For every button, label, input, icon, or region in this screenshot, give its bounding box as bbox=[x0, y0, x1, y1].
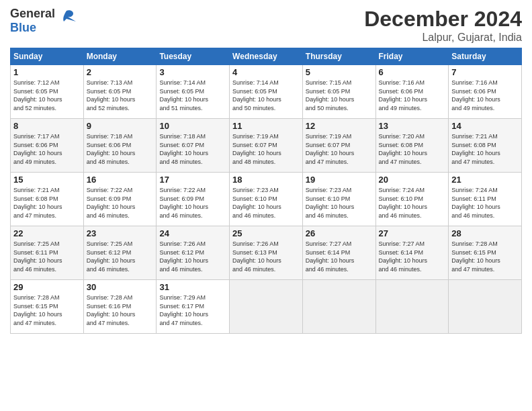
col-saturday: Saturday bbox=[449, 48, 522, 65]
day-number: 3 bbox=[159, 67, 226, 77]
day-number: 17 bbox=[159, 175, 226, 185]
table-row: 29Sunrise: 7:28 AM Sunset: 6:15 PM Dayli… bbox=[11, 280, 84, 334]
day-info: Sunrise: 7:21 AM Sunset: 6:08 PM Dayligh… bbox=[13, 186, 81, 220]
day-info: Sunrise: 7:28 AM Sunset: 6:15 PM Dayligh… bbox=[13, 293, 81, 327]
day-info: Sunrise: 7:12 AM Sunset: 6:05 PM Dayligh… bbox=[13, 79, 81, 112]
day-info: Sunrise: 7:23 AM Sunset: 6:10 PM Dayligh… bbox=[306, 186, 373, 220]
calendar-week-row: 29Sunrise: 7:28 AM Sunset: 6:15 PM Dayli… bbox=[11, 280, 522, 334]
day-number: 11 bbox=[232, 121, 300, 131]
day-info: Sunrise: 7:27 AM Sunset: 6:14 PM Dayligh… bbox=[379, 240, 446, 273]
table-row: 1Sunrise: 7:12 AM Sunset: 6:05 PM Daylig… bbox=[11, 65, 84, 119]
day-number: 8 bbox=[13, 121, 81, 131]
table-row: 20Sunrise: 7:24 AM Sunset: 6:10 PM Dayli… bbox=[375, 173, 449, 226]
day-number: 27 bbox=[379, 228, 446, 238]
day-number: 4 bbox=[232, 67, 300, 77]
col-thursday: Thursday bbox=[302, 48, 375, 65]
day-info: Sunrise: 7:28 AM Sunset: 6:16 PM Dayligh… bbox=[87, 293, 154, 327]
month-title: December 2024 bbox=[364, 7, 522, 32]
day-info: Sunrise: 7:25 AM Sunset: 6:11 PM Dayligh… bbox=[13, 240, 81, 273]
day-info: Sunrise: 7:25 AM Sunset: 6:12 PM Dayligh… bbox=[87, 240, 154, 273]
col-sunday: Sunday bbox=[11, 48, 84, 65]
table-row: 31Sunrise: 7:29 AM Sunset: 6:17 PM Dayli… bbox=[157, 280, 230, 334]
title-section: December 2024 Lalpur, Gujarat, India bbox=[364, 7, 522, 44]
table-row: 15Sunrise: 7:21 AM Sunset: 6:08 PM Dayli… bbox=[11, 173, 84, 226]
table-row: 4Sunrise: 7:14 AM Sunset: 6:05 PM Daylig… bbox=[230, 65, 303, 119]
day-number: 18 bbox=[232, 175, 300, 185]
day-info: Sunrise: 7:24 AM Sunset: 6:11 PM Dayligh… bbox=[451, 186, 519, 220]
table-row: 6Sunrise: 7:16 AM Sunset: 6:06 PM Daylig… bbox=[375, 65, 449, 119]
day-number: 13 bbox=[379, 121, 446, 131]
day-number: 19 bbox=[306, 175, 373, 185]
col-friday: Friday bbox=[375, 48, 449, 65]
empty-cell bbox=[230, 280, 303, 334]
table-row: 17Sunrise: 7:22 AM Sunset: 6:09 PM Dayli… bbox=[157, 173, 230, 226]
day-info: Sunrise: 7:14 AM Sunset: 6:05 PM Dayligh… bbox=[159, 79, 226, 112]
table-row: 24Sunrise: 7:26 AM Sunset: 6:12 PM Dayli… bbox=[157, 226, 230, 280]
logo-blue: Blue bbox=[10, 21, 36, 34]
calendar-header-row: Sunday Monday Tuesday Wednesday Thursday… bbox=[11, 48, 522, 65]
logo-general: General bbox=[10, 7, 55, 20]
col-wednesday: Wednesday bbox=[230, 48, 303, 65]
calendar-container: General Blue December 2024 Lalpur, Gujar… bbox=[0, 0, 532, 411]
day-info: Sunrise: 7:29 AM Sunset: 6:17 PM Dayligh… bbox=[159, 293, 226, 327]
day-number: 28 bbox=[451, 228, 519, 238]
day-number: 15 bbox=[13, 175, 81, 185]
table-row: 25Sunrise: 7:26 AM Sunset: 6:13 PM Dayli… bbox=[230, 226, 303, 280]
table-row: 13Sunrise: 7:20 AM Sunset: 6:08 PM Dayli… bbox=[375, 119, 449, 173]
day-info: Sunrise: 7:22 AM Sunset: 6:09 PM Dayligh… bbox=[159, 186, 226, 220]
day-info: Sunrise: 7:20 AM Sunset: 6:08 PM Dayligh… bbox=[379, 132, 446, 166]
day-info: Sunrise: 7:16 AM Sunset: 6:06 PM Dayligh… bbox=[379, 79, 446, 112]
table-row: 8Sunrise: 7:17 AM Sunset: 6:06 PM Daylig… bbox=[11, 119, 84, 173]
empty-cell bbox=[302, 280, 375, 334]
day-info: Sunrise: 7:21 AM Sunset: 6:08 PM Dayligh… bbox=[451, 132, 519, 166]
logo-text: General Blue bbox=[10, 7, 55, 35]
day-number: 31 bbox=[159, 282, 226, 292]
table-row: 21Sunrise: 7:24 AM Sunset: 6:11 PM Dayli… bbox=[449, 173, 522, 226]
day-number: 7 bbox=[451, 67, 519, 77]
day-number: 10 bbox=[159, 121, 226, 131]
table-row: 22Sunrise: 7:25 AM Sunset: 6:11 PM Dayli… bbox=[11, 226, 84, 280]
table-row: 5Sunrise: 7:15 AM Sunset: 6:05 PM Daylig… bbox=[302, 65, 375, 119]
empty-cell bbox=[375, 280, 449, 334]
table-row: 23Sunrise: 7:25 AM Sunset: 6:12 PM Dayli… bbox=[83, 226, 157, 280]
day-number: 26 bbox=[306, 228, 373, 238]
table-row: 14Sunrise: 7:21 AM Sunset: 6:08 PM Dayli… bbox=[449, 119, 522, 173]
day-info: Sunrise: 7:23 AM Sunset: 6:10 PM Dayligh… bbox=[232, 186, 300, 220]
header: General Blue December 2024 Lalpur, Gujar… bbox=[10, 7, 522, 44]
col-monday: Monday bbox=[83, 48, 157, 65]
table-row: 26Sunrise: 7:27 AM Sunset: 6:14 PM Dayli… bbox=[302, 226, 375, 280]
table-row: 9Sunrise: 7:18 AM Sunset: 6:06 PM Daylig… bbox=[83, 119, 157, 173]
day-info: Sunrise: 7:24 AM Sunset: 6:10 PM Dayligh… bbox=[379, 186, 446, 220]
table-row: 3Sunrise: 7:14 AM Sunset: 6:05 PM Daylig… bbox=[157, 65, 230, 119]
table-row: 16Sunrise: 7:22 AM Sunset: 6:09 PM Dayli… bbox=[83, 173, 157, 226]
day-info: Sunrise: 7:16 AM Sunset: 6:06 PM Dayligh… bbox=[451, 79, 519, 112]
day-number: 29 bbox=[13, 282, 81, 292]
day-info: Sunrise: 7:14 AM Sunset: 6:05 PM Dayligh… bbox=[232, 79, 300, 112]
table-row: 18Sunrise: 7:23 AM Sunset: 6:10 PM Dayli… bbox=[230, 173, 303, 226]
day-info: Sunrise: 7:15 AM Sunset: 6:05 PM Dayligh… bbox=[306, 79, 373, 112]
day-info: Sunrise: 7:13 AM Sunset: 6:05 PM Dayligh… bbox=[87, 79, 154, 112]
table-row: 19Sunrise: 7:23 AM Sunset: 6:10 PM Dayli… bbox=[302, 173, 375, 226]
day-info: Sunrise: 7:18 AM Sunset: 6:07 PM Dayligh… bbox=[159, 132, 226, 166]
day-info: Sunrise: 7:26 AM Sunset: 6:13 PM Dayligh… bbox=[232, 240, 300, 273]
location-title: Lalpur, Gujarat, India bbox=[364, 32, 522, 44]
logo: General Blue bbox=[10, 7, 76, 35]
table-row: 12Sunrise: 7:19 AM Sunset: 6:07 PM Dayli… bbox=[302, 119, 375, 173]
day-number: 6 bbox=[379, 67, 446, 77]
day-number: 23 bbox=[87, 228, 154, 238]
day-number: 14 bbox=[451, 121, 519, 131]
day-number: 16 bbox=[87, 175, 154, 185]
day-number: 22 bbox=[13, 228, 81, 238]
day-info: Sunrise: 7:17 AM Sunset: 6:06 PM Dayligh… bbox=[13, 132, 81, 166]
day-number: 25 bbox=[232, 228, 300, 238]
table-row: 30Sunrise: 7:28 AM Sunset: 6:16 PM Dayli… bbox=[83, 280, 157, 334]
col-tuesday: Tuesday bbox=[157, 48, 230, 65]
day-number: 1 bbox=[13, 67, 81, 77]
day-number: 2 bbox=[87, 67, 154, 77]
calendar-week-row: 15Sunrise: 7:21 AM Sunset: 6:08 PM Dayli… bbox=[11, 173, 522, 226]
calendar-table: Sunday Monday Tuesday Wednesday Thursday… bbox=[10, 48, 522, 334]
table-row: 27Sunrise: 7:27 AM Sunset: 6:14 PM Dayli… bbox=[375, 226, 449, 280]
table-row: 2Sunrise: 7:13 AM Sunset: 6:05 PM Daylig… bbox=[83, 65, 157, 119]
table-row: 28Sunrise: 7:28 AM Sunset: 6:15 PM Dayli… bbox=[449, 226, 522, 280]
day-info: Sunrise: 7:18 AM Sunset: 6:06 PM Dayligh… bbox=[87, 132, 154, 166]
